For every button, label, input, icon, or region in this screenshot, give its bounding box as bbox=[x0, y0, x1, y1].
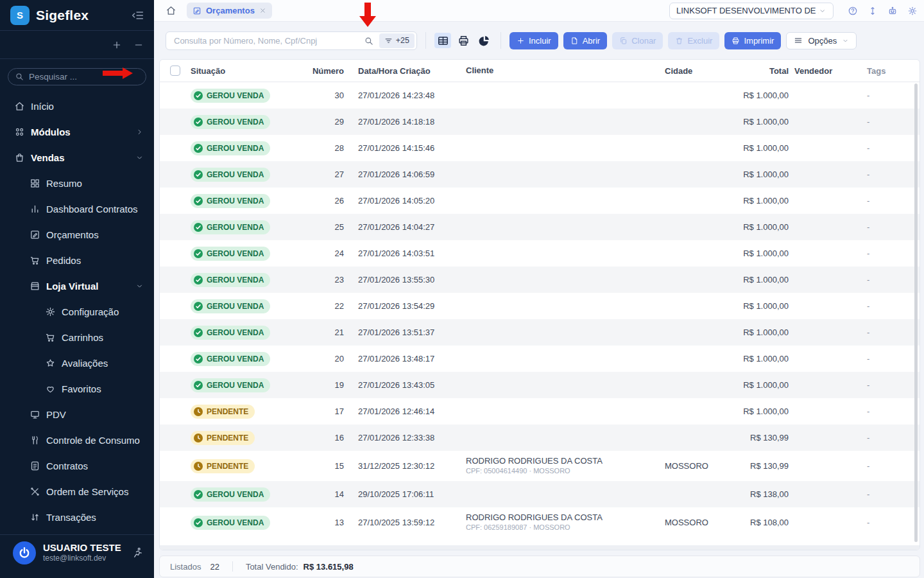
status-label: GEROU VENDA bbox=[207, 223, 264, 232]
swap-icon bbox=[30, 512, 40, 523]
tab-orcamentos[interactable]: Orçamentos bbox=[187, 3, 272, 19]
column-header[interactable]: Vendedor bbox=[789, 66, 864, 76]
cliente-cell: RODRIGO RODRIGUES DA COSTACPF: 050046144… bbox=[463, 456, 659, 476]
sidebar-search-input[interactable] bbox=[8, 68, 146, 85]
sidebar-item-configuracao[interactable]: Configuração bbox=[0, 299, 154, 324]
user-meta: USUARIO TESTE teste@linksoft.dev bbox=[43, 542, 121, 564]
company-select[interactable]: LINKSOFT DESENVOLVIMENTO DE ... bbox=[669, 3, 834, 19]
column-header[interactable]: Cliente bbox=[463, 66, 659, 76]
table-row[interactable]: GEROU VENDA1927/01/2026 13:43:05R$ 1.000… bbox=[160, 372, 920, 398]
table-row[interactable]: GEROU VENDA2027/01/2026 13:48:17R$ 1.000… bbox=[160, 346, 920, 372]
chevron-down-icon bbox=[135, 153, 144, 162]
monitor-icon bbox=[30, 409, 40, 420]
total-cell: R$ 1.000,00 bbox=[732, 275, 789, 285]
vertical-scrollbar[interactable] bbox=[914, 83, 918, 542]
sidebar-item-loja-virtual[interactable]: Loja Virtual bbox=[0, 273, 154, 299]
table-row[interactable]: PENDENTE1627/01/2026 12:33:38R$ 130,99- bbox=[160, 425, 920, 451]
sidebar-item-pdv[interactable]: PDV bbox=[0, 401, 154, 427]
sidebar-item-label: Vendas bbox=[31, 152, 65, 163]
filters-chip[interactable]: +25 bbox=[379, 33, 415, 48]
table-row[interactable]: GEROU VENDA2827/01/2026 14:15:46R$ 1.000… bbox=[160, 135, 920, 161]
column-header[interactable]: Data/Hora Criação bbox=[349, 66, 463, 76]
tags-cell: - bbox=[864, 249, 920, 258]
check-circle-icon bbox=[194, 490, 203, 499]
excluir-button[interactable]: Excluir bbox=[668, 32, 719, 49]
horizontal-scrollbar[interactable] bbox=[160, 545, 920, 550]
select-all-checkbox[interactable] bbox=[170, 66, 180, 76]
column-header[interactable]: Total bbox=[732, 66, 789, 76]
assistant-robot-icon[interactable] bbox=[887, 6, 898, 16]
search-icon[interactable] bbox=[364, 36, 373, 46]
column-header[interactable]: Tags bbox=[864, 66, 920, 76]
status-badge: GEROU VENDA bbox=[191, 352, 270, 366]
home-icon[interactable] bbox=[166, 5, 176, 16]
column-header[interactable]: Cidade bbox=[659, 66, 732, 76]
storefront-icon bbox=[30, 281, 40, 292]
help-icon[interactable] bbox=[848, 6, 858, 16]
table-row[interactable]: GEROU VENDA2327/01/2026 13:55:30R$ 1.000… bbox=[160, 267, 920, 293]
collapse-all-icon[interactable] bbox=[133, 40, 144, 50]
sidebar-collapse-icon[interactable] bbox=[131, 8, 145, 22]
tab-label: Orçamentos bbox=[206, 6, 255, 15]
numero-cell: 28 bbox=[309, 143, 349, 153]
divider bbox=[425, 32, 426, 49]
sidebar-item-contratos[interactable]: Contratos bbox=[0, 453, 154, 478]
view-chart-button[interactable] bbox=[475, 33, 492, 48]
trash-icon bbox=[675, 37, 683, 45]
table-row[interactable]: PENDENTE1531/12/2025 12:30:12RODRIGO ROD… bbox=[160, 451, 920, 481]
check-circle-icon bbox=[194, 328, 203, 337]
tags-cell: - bbox=[864, 354, 920, 363]
view-table-button[interactable] bbox=[434, 33, 451, 48]
total-cell: R$ 1.000,00 bbox=[732, 380, 789, 390]
abrir-button[interactable]: Abrir bbox=[563, 32, 607, 49]
table-row[interactable]: GEROU VENDA3027/01/2026 14:23:48R$ 1.000… bbox=[160, 82, 920, 109]
sidebar-item-vendas[interactable]: Vendas bbox=[0, 144, 154, 170]
plus-icon bbox=[517, 37, 525, 45]
sidebar-item-resumo[interactable]: Resumo bbox=[0, 170, 154, 196]
sidebar-item-controle-de-consumo[interactable]: Controle de Consumo bbox=[0, 427, 154, 453]
tags-cell: - bbox=[864, 380, 920, 390]
resize-vertical-icon[interactable] bbox=[868, 6, 878, 16]
table-row[interactable]: GEROU VENDA2427/01/2026 14:03:51R$ 1.000… bbox=[160, 240, 920, 267]
column-header[interactable]: Número bbox=[309, 66, 349, 76]
sidebar-item-carrinhos[interactable]: Carrinhos bbox=[0, 324, 154, 350]
sidebar-item-ordem-de-servicos[interactable]: Ordem de Serviços bbox=[0, 478, 154, 504]
sidebar-item-favoritos[interactable]: Favoritos bbox=[0, 376, 154, 401]
expand-all-icon[interactable] bbox=[112, 40, 122, 50]
table-row[interactable]: GEROU VENDA2127/01/2026 13:51:37R$ 1.000… bbox=[160, 319, 920, 346]
sidebar-item-dashboard-contratos[interactable]: Dashboard Contratos bbox=[0, 196, 154, 222]
sidebar-item-avaliacoes[interactable]: Avaliações bbox=[0, 350, 154, 376]
numero-cell: 26 bbox=[309, 196, 349, 206]
table-row[interactable]: GEROU VENDA2527/01/2026 14:04:27R$ 1.000… bbox=[160, 214, 920, 240]
sidebar-item-transacoes[interactable]: Transações bbox=[0, 504, 154, 530]
user-panel[interactable]: USUARIO TESTE teste@linksoft.dev bbox=[0, 534, 154, 570]
table-row[interactable]: PENDENTE1727/01/2026 12:46:14R$ 1.000,00… bbox=[160, 398, 920, 425]
opcoes-button[interactable]: Opções bbox=[786, 32, 857, 49]
chevron-right-icon bbox=[135, 128, 144, 136]
situacao-cell: PENDENTE bbox=[191, 459, 309, 473]
incluir-button[interactable]: Incluir bbox=[509, 32, 558, 49]
sidebar-item-pedidos[interactable]: Pedidos bbox=[0, 247, 154, 273]
total-cell: R$ 1.000,00 bbox=[732, 407, 789, 416]
sidebar-item-modulos[interactable]: Módulos bbox=[0, 119, 154, 144]
clonar-button[interactable]: Clonar bbox=[612, 32, 663, 49]
data-hora-cell: 27/01/2026 14:03:51 bbox=[349, 249, 463, 258]
table-row[interactable]: GEROU VENDA1429/10/2025 17:06:11R$ 138,0… bbox=[160, 481, 920, 507]
table-row[interactable]: GEROU VENDA1327/10/2025 13:59:12RODRIGO … bbox=[160, 507, 920, 538]
check-circle-icon bbox=[194, 170, 203, 179]
settings-gear-icon[interactable] bbox=[907, 6, 918, 16]
table-row[interactable]: GEROU VENDA2927/01/2026 14:18:18R$ 1.000… bbox=[160, 109, 920, 135]
imprimir-button[interactable]: Imprimir bbox=[724, 32, 781, 49]
sidebar-item-inicio[interactable]: Início bbox=[0, 93, 154, 119]
table-row[interactable]: GEROU VENDA2727/01/2026 14:06:59R$ 1.000… bbox=[160, 161, 920, 188]
view-print-button[interactable] bbox=[455, 33, 472, 48]
table-row[interactable]: GEROU VENDA2627/01/2026 14:05:20R$ 1.000… bbox=[160, 188, 920, 214]
column-header[interactable]: Situação bbox=[191, 66, 309, 76]
tab-close-icon[interactable] bbox=[259, 7, 266, 14]
status-badge: GEROU VENDA bbox=[191, 141, 270, 155]
logout-icon[interactable] bbox=[132, 547, 144, 559]
sidebar-item-orcamentos[interactable]: Orçamentos bbox=[0, 222, 154, 247]
total-cell: R$ 1.000,00 bbox=[732, 222, 789, 232]
total-cell: R$ 1.000,00 bbox=[732, 196, 789, 206]
table-row[interactable]: GEROU VENDA2227/01/2026 13:54:29R$ 1.000… bbox=[160, 293, 920, 319]
